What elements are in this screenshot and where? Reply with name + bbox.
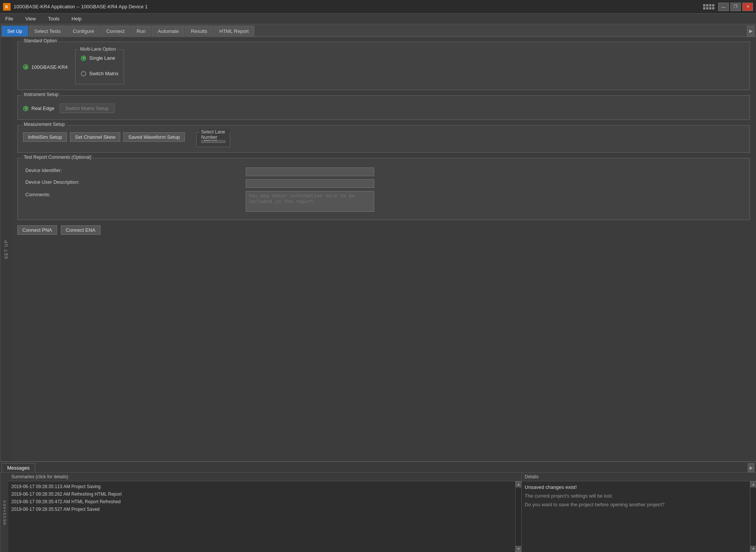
messages-list[interactable]: 2019-06-17 09:28:35:113 AM Project Savin… <box>8 481 515 552</box>
grid-icon <box>703 4 714 9</box>
detail-text-3: Do you want to save the project before o… <box>525 502 747 507</box>
radio-label-real-edge: Real Edge <box>31 105 54 111</box>
device-user-desc-label: Device User Description: <box>23 178 243 189</box>
messages-tab[interactable]: Messages <box>2 463 35 472</box>
msg-item-2[interactable]: 2019-06-17 09:28:35:262 AM Refreshing HT… <box>8 490 515 498</box>
multi-lane-title: Multi-Lane Option <box>79 47 118 52</box>
detail-text-2: The current project's settings will be l… <box>525 493 747 499</box>
messages-tab-bar: Messages ▶ <box>0 462 756 473</box>
multi-lane-box: Multi-Lane Option Single Lane Switch Mat… <box>75 50 124 84</box>
standard-option-title: Standard Option <box>22 38 59 43</box>
bottom-buttons: Connect PNA Connect ENA <box>17 225 750 235</box>
tab-run[interactable]: Run <box>131 26 151 36</box>
menu-bar: File View Tools Help <box>0 14 756 24</box>
side-label-setup: SET UP <box>0 37 11 461</box>
content-panel: Standard Option 100GBASE-KR4 Multi-Lane … <box>11 37 756 461</box>
tab-scroll-arrow[interactable]: ▶ <box>747 26 754 36</box>
lane-select-title: Select Lane Number <box>200 129 230 140</box>
switch-matrix-setup-button: Switch Matrix Setup <box>60 104 115 113</box>
radio-label-single-lane: Single Lane <box>89 55 115 61</box>
messages-panel: Messages ▶ MESSAGES Summaries (click for… <box>0 461 756 552</box>
test-report-title: Test Report Comments (Optional) <box>22 155 94 160</box>
device-user-desc-input[interactable] <box>246 179 374 188</box>
main-content: SET UP Standard Option 100GBASE-KR4 Mult… <box>0 37 756 461</box>
comments-row: Comments: <box>23 189 744 214</box>
menu-file[interactable]: File <box>3 15 15 22</box>
msg-item-4[interactable]: 2019-06-17 09:28:35:527 AM Project Saved <box>8 505 515 513</box>
infiniisim-setup-button[interactable]: InfiniiSim Setup <box>23 132 67 142</box>
radio-real-edge[interactable]: Real Edge <box>23 105 54 111</box>
radio-dot-single-lane <box>82 57 85 59</box>
radio-circle-real-edge[interactable] <box>23 106 28 111</box>
connect-ena-button[interactable]: Connect ENA <box>61 225 101 235</box>
scroll-down-button[interactable]: ▼ <box>516 546 521 552</box>
standard-option-section: Standard Option 100GBASE-KR4 Multi-Lane … <box>17 42 750 90</box>
tab-automate[interactable]: Automate <box>152 26 184 36</box>
device-identifier-label: Device Identifier: <box>23 166 243 178</box>
messages-scroll-control: ▲ ▼ <box>515 481 521 552</box>
scroll-up-button[interactable]: ▲ <box>516 481 521 487</box>
summaries-header: Summaries (click for details) <box>8 473 521 481</box>
set-channel-skew-button[interactable]: Set Channel Skew <box>70 132 120 142</box>
radio-circle-switch-matrix[interactable] <box>81 71 86 76</box>
test-report-form: Device Identifier: Device User Descripti… <box>23 166 744 214</box>
tab-html-report[interactable]: HTML Report <box>214 26 254 36</box>
radio-dot-real-edge <box>25 107 27 110</box>
measurement-row: InfiniiSim Setup Set Channel Skew Saved … <box>23 129 744 147</box>
device-user-desc-row: Device User Description: <box>23 178 744 189</box>
messages-left-pane: Summaries (click for details) 2019-06-17… <box>8 473 522 552</box>
tab-results[interactable]: Results <box>185 26 213 36</box>
instrument-setup-section: Instrument Setup Real Edge Switch Matrix… <box>17 95 750 120</box>
radio-label-kr4: 100GBASE-KR4 <box>31 64 68 70</box>
comments-textarea[interactable] <box>246 191 374 212</box>
msg-item-1[interactable]: 2019-06-17 09:28:35:113 AM Project Savin… <box>8 483 515 490</box>
details-body: Unsaved changes exist! The current proje… <box>522 481 750 552</box>
scroll-track <box>516 487 521 546</box>
measurement-btn-group: InfiniiSim Setup Set Channel Skew Saved … <box>23 132 185 142</box>
messages-side-label: MESSAGES <box>0 473 8 552</box>
restore-button[interactable]: ❐ <box>730 3 741 11</box>
radio-dot-kr4 <box>25 66 27 68</box>
tab-setup[interactable]: Set Up <box>2 26 28 36</box>
window-controls: — ❐ ✕ <box>703 3 753 11</box>
saved-waveform-setup-button[interactable]: Saved Waveform Setup <box>123 132 185 142</box>
radio-circle-kr4[interactable] <box>23 64 28 70</box>
details-scroll-down-button[interactable]: ▼ <box>750 546 756 552</box>
messages-body: MESSAGES Summaries (click for details) 2… <box>0 473 756 552</box>
details-scroll-control: ▲ ▼ <box>750 481 756 552</box>
radio-label-switch-matrix: Switch Matrix <box>89 71 118 76</box>
instrument-row: Real Edge Switch Matrix Setup <box>23 99 744 114</box>
lane-select-box: Select Lane Number Lane0 ▼ <box>196 132 230 147</box>
measurement-setup-section: Measurement Setup InfiniiSim Setup Set C… <box>17 125 750 153</box>
title-bar: K 100GBASE-KR4 Application -- 100GBASE-K… <box>0 0 756 14</box>
details-scroll-track <box>750 487 756 546</box>
messages-tab-arrow[interactable]: ▶ <box>748 463 754 472</box>
detail-text-1: Unsaved changes exist! <box>525 484 747 490</box>
tab-connect[interactable]: Connect <box>101 26 130 36</box>
radio-single-lane[interactable]: Single Lane <box>81 55 118 61</box>
window-title: 100GBASE-KR4 Application -- 100GBASE-KR4… <box>14 4 703 9</box>
close-button[interactable]: ✕ <box>742 3 753 11</box>
connect-pna-button[interactable]: Connect PNA <box>17 225 57 235</box>
tab-bar: Set Up Select Tests Configure Connect Ru… <box>0 24 756 37</box>
comments-label: Comments: <box>23 189 243 214</box>
menu-view[interactable]: View <box>23 15 38 22</box>
tab-configure[interactable]: Configure <box>67 26 100 36</box>
minimize-button[interactable]: — <box>718 3 729 11</box>
msg-item-3[interactable]: 2019-06-17 09:28:35:472 AM HTML Report R… <box>8 498 515 505</box>
details-header: Details <box>522 473 756 481</box>
tab-select-tests[interactable]: Select Tests <box>29 26 67 36</box>
details-scroll-up-button[interactable]: ▲ <box>750 481 756 487</box>
device-identifier-input[interactable] <box>246 167 374 176</box>
radio-switch-matrix[interactable]: Switch Matrix <box>81 71 118 76</box>
details-pane: Details Unsaved changes exist! The curre… <box>522 473 756 552</box>
radio-100gbase-kr4[interactable]: 100GBASE-KR4 <box>23 64 68 70</box>
device-identifier-row: Device Identifier: <box>23 166 744 178</box>
instrument-setup-title: Instrument Setup <box>22 92 60 97</box>
app-icon: K <box>3 3 11 11</box>
menu-tools[interactable]: Tools <box>46 15 62 22</box>
radio-circle-single-lane[interactable] <box>81 56 86 61</box>
measurement-setup-title: Measurement Setup <box>22 122 67 127</box>
menu-help[interactable]: Help <box>69 15 84 22</box>
test-report-section: Test Report Comments (Optional) Device I… <box>17 158 750 220</box>
